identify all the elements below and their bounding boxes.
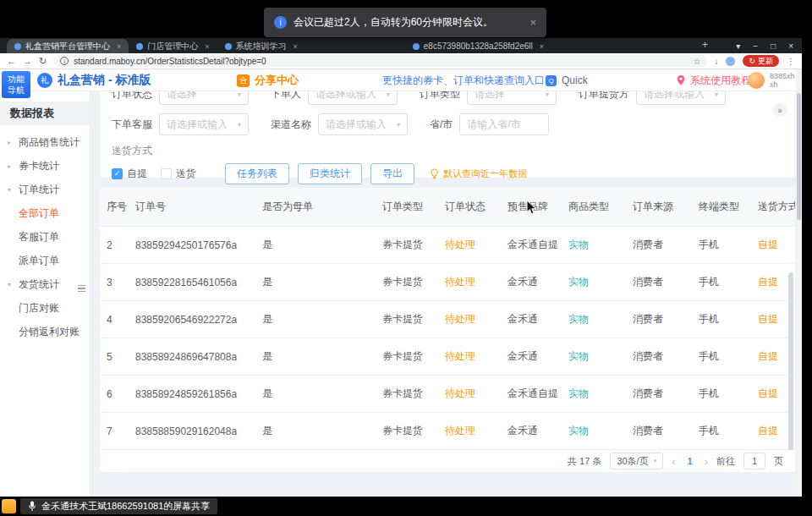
sidebar-item[interactable]: ▸ 商品销售统计 xyxy=(0,130,90,154)
quick-entry-link[interactable]: 更快捷的券卡、订单和快递查询入口 xyxy=(382,69,545,91)
cell-order-type: 券卡提货 xyxy=(376,312,438,327)
share-center-label: 分享中心 xyxy=(255,73,299,88)
quick-q-icon: Q xyxy=(546,75,557,86)
sidebar-item[interactable]: 全部订单 xyxy=(0,201,90,225)
check-icon: ✓ xyxy=(114,170,121,178)
filter-select[interactable]: 请选择 ▾ xyxy=(467,91,557,105)
sidebar-item[interactable]: 门店对账 xyxy=(0,296,90,320)
select-arrow-icon: ▾ xyxy=(238,121,241,129)
function-nav-toggle[interactable]: 功能 导航 xyxy=(2,71,30,98)
tab-close-icon[interactable]: × xyxy=(540,42,544,51)
cell-goods-type: 实物 xyxy=(562,238,626,252)
filter-label: 订单提货方 xyxy=(579,91,629,102)
sidebar-item[interactable]: 派单订单 xyxy=(0,249,90,272)
filter-select[interactable]: 请选择或输入 ▾ xyxy=(159,113,249,135)
table-scrollbar-thumb[interactable] xyxy=(788,272,793,457)
cell-order-no: 83858924859261856a xyxy=(129,388,255,400)
filter-field: 下单人 请选择或输入 ▾ xyxy=(271,91,398,105)
downloads-icon[interactable]: ↓ xyxy=(714,57,718,66)
back-icon[interactable]: ← xyxy=(7,57,16,66)
tutorial-link[interactable]: 系统使用教程 xyxy=(677,69,751,91)
browser-tab[interactable]: 门店管理中心 × xyxy=(129,39,217,53)
filter-select[interactable]: 请输入省/市 xyxy=(459,113,549,135)
sidebar-item[interactable]: 分销返利对账 xyxy=(0,320,90,343)
minimize-button[interactable]: − xyxy=(753,41,758,51)
tab-close-icon[interactable]: × xyxy=(117,42,121,51)
browser-menu-icon[interactable]: ⋮ xyxy=(787,57,795,66)
pagination-total: 共 17 条 xyxy=(568,455,601,468)
tab-close-icon[interactable]: × xyxy=(205,42,209,51)
profile-avatar[interactable] xyxy=(726,57,735,66)
cell-source: 消费者 xyxy=(626,238,692,252)
filter-label: 渠道名称 xyxy=(271,118,311,132)
cell-order-type: 券卡提货 xyxy=(376,424,438,438)
delivery-checkbox[interactable]: ✓ 自提 xyxy=(112,167,147,181)
sidebar-item[interactable]: ▾ 订单统计 xyxy=(0,178,90,201)
address-bar[interactable]: i standard.maboy.cn/OrderStatisticsDetai… xyxy=(53,55,707,67)
info-icon: i xyxy=(274,16,287,29)
toolbar-icons: ↓ ↻ 更新 ⋮ xyxy=(714,55,795,67)
filter-field: 订单状态 请选择 ▾ xyxy=(112,91,249,105)
table-row: 5 83858924869647808a 是 券卡提货 待处理 金禾通 实物 消… xyxy=(100,338,795,376)
user-avatar xyxy=(748,72,765,89)
browser-tab[interactable]: 系统培训学习 × xyxy=(217,39,305,53)
delivery-checkbox[interactable]: ✓ 送货 xyxy=(161,167,196,181)
filter-select[interactable]: 请选择或输入 ▾ xyxy=(308,91,398,105)
bookmark-star-icon[interactable]: ☆ xyxy=(693,57,700,66)
cell-order-type: 券卡提货 xyxy=(376,238,438,252)
window-close-button[interactable]: × xyxy=(788,41,793,51)
orders-table: 序号 订单号 是否为母单 订单类型 订单状态 预售品牌 商品类型 订单来源 终端… xyxy=(100,188,795,472)
next-page-icon[interactable]: › xyxy=(705,455,708,468)
browser-tab[interactable]: e8c573980b1328a258fd2e6ll × xyxy=(405,39,551,53)
col-order-type: 订单类型 xyxy=(376,200,438,214)
page-size-select[interactable]: 30条/页 ▾ xyxy=(610,453,663,469)
site-info-icon[interactable]: i xyxy=(60,57,69,65)
page-scrollbar-thumb[interactable] xyxy=(797,93,801,220)
goto-page-input[interactable] xyxy=(743,453,765,469)
update-button[interactable]: ↻ 更新 xyxy=(743,55,779,67)
username: 8385xh xyxy=(770,72,795,80)
action-button[interactable]: 归类统计 xyxy=(298,163,362,184)
tab-close-icon[interactable]: × xyxy=(294,42,298,51)
cell-is-parent: 是 xyxy=(255,387,376,401)
tab-favicon-icon xyxy=(225,43,232,50)
prev-page-icon[interactable]: ‹ xyxy=(672,455,675,468)
new-tab-button[interactable]: + xyxy=(702,39,708,51)
quick-tool-link[interactable]: Q Quick xyxy=(546,69,588,91)
filter-select[interactable]: 请选择或输入 ▾ xyxy=(318,113,408,135)
cell-status: 待处理 xyxy=(438,312,501,327)
filter-select[interactable]: 请选择或输入 ▾ xyxy=(636,91,726,105)
tab-search-icon[interactable]: ▾ xyxy=(736,41,740,51)
toast-close-icon[interactable]: × xyxy=(529,16,536,29)
nav-toggle-line2: 导航 xyxy=(8,85,25,96)
action-button[interactable]: 任务列表 xyxy=(225,163,289,184)
page-scrollbar[interactable] xyxy=(796,69,802,497)
col-is-parent: 是否为母单 xyxy=(255,200,376,214)
col-order-no: 订单号 xyxy=(129,200,255,214)
filter-label: 订单状态 xyxy=(112,91,152,102)
sidebar: 数据报表 ▸ 商品销售统计 ▸ 券卡统计 ▾ 订单统计 xyxy=(0,91,91,497)
table-scrollbar[interactable] xyxy=(788,228,793,467)
maximize-button[interactable]: □ xyxy=(771,41,776,51)
share-center-icon: 合 xyxy=(237,74,250,87)
reload-icon[interactable]: ↻ xyxy=(39,57,47,66)
cell-status: 待处理 xyxy=(438,275,501,289)
sidebar-item[interactable]: ▸ 券卡统计 xyxy=(0,154,90,178)
current-page-button[interactable]: 1 xyxy=(684,456,696,466)
screen-share-bar: 金禾通技术王斌18662591081的屏幕共享 xyxy=(0,497,812,516)
cell-seq: 2 xyxy=(100,239,129,251)
sidebar-item-label: 门店对账 xyxy=(19,301,59,316)
sidebar-collapse-handle[interactable] xyxy=(76,281,87,296)
tab-favicon-icon xyxy=(413,43,420,50)
forward-icon[interactable]: → xyxy=(23,57,32,66)
sidebar-item[interactable]: 客服订单 xyxy=(0,225,90,249)
browser-tab[interactable]: 礼盒营销平台管理中心 × xyxy=(7,39,129,53)
cell-status: 待处理 xyxy=(438,387,501,401)
user-account[interactable]: 8385xh xh xyxy=(748,69,795,91)
share-center-link[interactable]: 合 分享中心 xyxy=(237,69,299,91)
app-title: 礼盒营销 - 标准版 xyxy=(58,73,151,88)
action-button[interactable]: 导出 xyxy=(370,163,414,184)
filter-select[interactable]: 请选择 ▾ xyxy=(159,91,249,105)
expand-filters-icon[interactable]: » xyxy=(773,103,787,117)
share-user-avatar xyxy=(2,499,16,513)
